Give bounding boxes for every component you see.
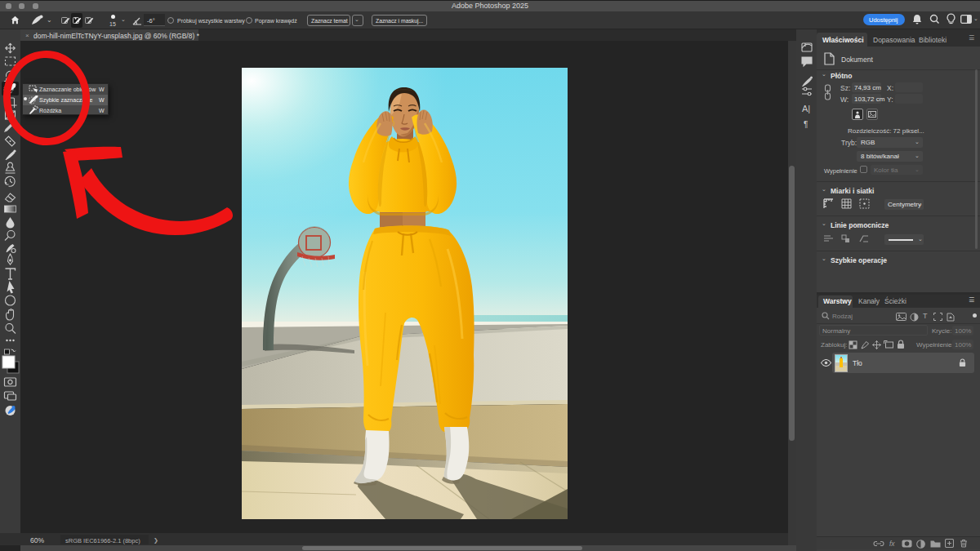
svg-text:¶: ¶ bbox=[804, 120, 808, 129]
svg-text:A|: A| bbox=[802, 104, 810, 113]
